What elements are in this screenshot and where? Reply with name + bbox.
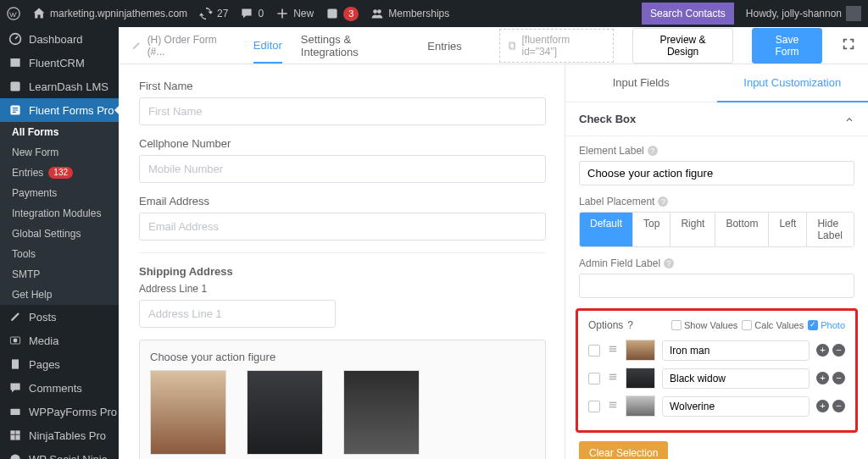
action-figure-checkbox-field[interactable]: Choose your action figure Iron man Black… bbox=[139, 340, 546, 459]
email-input[interactable] bbox=[139, 213, 546, 241]
figure-option[interactable]: Black widow bbox=[247, 370, 323, 459]
option-thumb[interactable] bbox=[626, 340, 655, 361]
site-name[interactable]: marketing.wpninjathemes.com bbox=[32, 7, 187, 20]
first-name-field[interactable]: First Name bbox=[139, 80, 544, 125]
wp-logo[interactable] bbox=[7, 7, 20, 20]
help-icon[interactable]: ? bbox=[658, 196, 668, 207]
placement-bottom[interactable]: Bottom bbox=[715, 213, 769, 246]
sub-global[interactable]: Global Settings bbox=[0, 224, 119, 244]
sub-all-forms[interactable]: All Forms bbox=[0, 122, 119, 142]
notifications[interactable]: 3 bbox=[326, 7, 359, 21]
options-heading: Options bbox=[588, 319, 623, 331]
option-thumb[interactable] bbox=[626, 368, 655, 389]
email-field[interactable]: Email Address bbox=[139, 195, 544, 241]
menu-wppayforms[interactable]: WPPayForms Pro bbox=[0, 400, 119, 423]
sub-integration[interactable]: Integration Modules bbox=[0, 203, 119, 224]
menu-dashboard[interactable]: Dashboard bbox=[0, 27, 119, 51]
sub-tools[interactable]: Tools bbox=[0, 244, 119, 264]
figure-title: Choose your action figure bbox=[150, 351, 535, 363]
option-label-input[interactable] bbox=[662, 340, 810, 361]
placement-hide[interactable]: Hide Label bbox=[807, 213, 854, 246]
save-button[interactable]: Save Form bbox=[752, 28, 822, 64]
add-option-button[interactable]: + bbox=[816, 372, 829, 384]
photo-toggle[interactable]: Photo bbox=[808, 320, 845, 330]
add-option-button[interactable]: + bbox=[816, 344, 829, 357]
tab-editor[interactable]: Editor bbox=[253, 39, 282, 64]
cellphone-field[interactable]: Cellphone Number bbox=[139, 137, 544, 183]
preview-button[interactable]: Preview & Design bbox=[632, 28, 732, 64]
figure-image-blackwidow bbox=[247, 370, 323, 455]
comments-count[interactable]: 0 bbox=[240, 7, 264, 20]
panel-body: Element Label? Label Placement? Default … bbox=[565, 136, 868, 459]
figure-option[interactable]: Wolverine bbox=[343, 370, 420, 459]
search-contacts-button[interactable]: Search Contacts bbox=[642, 3, 734, 25]
copy-icon bbox=[508, 41, 518, 51]
add-option-button[interactable]: + bbox=[816, 400, 829, 412]
menu-fluentforms[interactable]: Fluent Forms Pro bbox=[0, 98, 119, 122]
help-icon[interactable]: ? bbox=[664, 258, 674, 268]
remove-option-button[interactable]: − bbox=[832, 400, 845, 412]
calc-values-toggle[interactable]: Calc Values bbox=[742, 320, 804, 330]
remove-option-button[interactable]: − bbox=[832, 372, 845, 384]
svg-rect-5 bbox=[10, 81, 19, 91]
tab-settings[interactable]: Settings & Integrations bbox=[301, 33, 409, 69]
placement-left[interactable]: Left bbox=[769, 213, 807, 246]
tab-entries[interactable]: Entries bbox=[427, 40, 461, 63]
divider bbox=[139, 252, 546, 253]
figure-image-wolverine bbox=[343, 370, 420, 455]
tab-input-customization[interactable]: Input Customization bbox=[717, 64, 869, 102]
first-name-input[interactable] bbox=[139, 97, 546, 125]
admin-bar: marketing.wpninjathemes.com 27 0 New 3 M… bbox=[0, 0, 868, 27]
sub-payments[interactable]: Payments bbox=[0, 183, 119, 203]
option-thumb[interactable] bbox=[626, 395, 655, 417]
panel-tabs: Input Fields Input Customization bbox=[565, 64, 868, 102]
chevron-up-icon bbox=[844, 114, 854, 124]
shortcode-box[interactable]: [fluentform id="34"] bbox=[499, 29, 615, 63]
menu-media[interactable]: Media bbox=[0, 329, 119, 352]
option-checkbox[interactable] bbox=[588, 373, 600, 384]
sub-smtp[interactable]: SMTP bbox=[0, 264, 119, 285]
help-icon[interactable]: ? bbox=[627, 319, 633, 331]
sub-help[interactable]: Get Help bbox=[0, 285, 119, 305]
svg-point-3 bbox=[377, 9, 381, 14]
element-label-input[interactable] bbox=[579, 161, 854, 185]
option-checkbox[interactable] bbox=[588, 401, 600, 412]
option-checkbox[interactable] bbox=[588, 345, 600, 357]
drag-handle-icon[interactable] bbox=[607, 371, 619, 385]
howdy-user[interactable]: Howdy, jolly-shannon bbox=[746, 6, 861, 21]
show-values-toggle[interactable]: Show Values bbox=[671, 320, 737, 330]
menu-fluentcrm[interactable]: FluentCRM bbox=[0, 51, 119, 75]
help-icon[interactable]: ? bbox=[648, 146, 658, 156]
menu-posts[interactable]: Posts bbox=[0, 305, 119, 329]
svg-point-2 bbox=[373, 9, 377, 14]
shipping-field[interactable]: Shipping Address Address Line 1 bbox=[139, 265, 544, 328]
clear-selection-button[interactable]: Clear Selection bbox=[579, 441, 668, 459]
addr1-input[interactable] bbox=[139, 300, 336, 328]
cellphone-input[interactable] bbox=[139, 155, 546, 183]
svg-point-7 bbox=[14, 339, 18, 343]
option-label-input[interactable] bbox=[662, 396, 810, 417]
menu-comments[interactable]: Comments bbox=[0, 376, 119, 400]
drag-handle-icon[interactable] bbox=[607, 399, 619, 413]
placement-right[interactable]: Right bbox=[670, 213, 715, 246]
menu-learndash[interactable]: LearnDash LMS bbox=[0, 75, 119, 98]
form-title[interactable]: (H) Order Form (#... bbox=[131, 34, 235, 58]
figure-option[interactable]: Iron man bbox=[150, 370, 226, 459]
sub-new-form[interactable]: New Form bbox=[0, 142, 119, 163]
sub-entries[interactable]: Entries132 bbox=[0, 163, 119, 183]
drag-handle-icon[interactable] bbox=[607, 343, 619, 357]
tab-input-fields[interactable]: Input Fields bbox=[565, 64, 717, 102]
new-content[interactable]: New bbox=[275, 7, 314, 20]
option-label-input[interactable] bbox=[662, 368, 810, 389]
placement-top[interactable]: Top bbox=[633, 213, 670, 246]
menu-wpsocialninja[interactable]: WP Social Ninja bbox=[0, 447, 119, 459]
remove-option-button[interactable]: − bbox=[832, 344, 845, 357]
admin-label-input[interactable] bbox=[579, 274, 854, 298]
fullscreen-icon[interactable] bbox=[841, 36, 856, 54]
updates[interactable]: 27 bbox=[199, 7, 228, 20]
menu-pages[interactable]: Pages bbox=[0, 352, 119, 376]
memberships-link[interactable]: Memberships bbox=[370, 7, 449, 20]
placement-default[interactable]: Default bbox=[580, 213, 633, 246]
section-checkbox[interactable]: Check Box bbox=[565, 102, 868, 136]
menu-ninjatables[interactable]: NinjaTables Pro bbox=[0, 423, 119, 447]
